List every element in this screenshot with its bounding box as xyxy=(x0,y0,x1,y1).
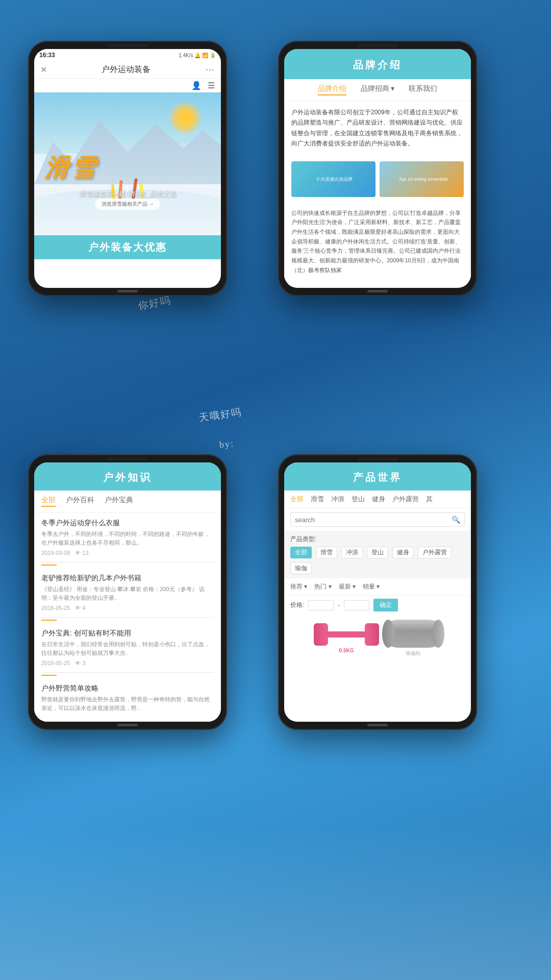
bl-article-4: 户外野营简单攻略 野营就是要你到野地去野外去露营，野营是一种奇特的营，能与自然亲… xyxy=(41,678,214,722)
tl-header: ✕ 户外运动装备 ··· xyxy=(34,61,221,79)
br-category-tabs: 全部 滑雪 冲浪 登山 健身 户外露营 其 xyxy=(284,491,471,508)
bl-article-3-date: 2018-05-25 xyxy=(41,660,70,666)
tl-header-title: 户外运动装备 xyxy=(102,64,151,75)
bl-divider-2 xyxy=(41,620,57,621)
tr-img-left-label: 十大洗项出游品牌 xyxy=(315,176,352,182)
tr-header: 品牌介绍 xyxy=(284,49,471,79)
tl-hero-cta-btn[interactable]: 浏览滑雪服相关产品 → xyxy=(95,199,160,210)
tl-user-icon[interactable]: 👤 xyxy=(191,81,202,90)
tr-nav-brand-recruit[interactable]: 品牌招商 ▾ xyxy=(361,84,395,95)
br-tab-surf[interactable]: 冲浪 xyxy=(331,495,344,504)
tl-hero-main-title: 滑雪 xyxy=(44,152,97,184)
br-tab-fitness[interactable]: 健身 xyxy=(372,495,385,504)
br-sort-sales[interactable]: 销量 ▾ xyxy=(363,582,380,591)
bl-article-1-date: 2019-03-08 xyxy=(41,550,70,556)
bl-header-title: 户外知识 xyxy=(103,472,152,483)
phone-screen-bl: 户外知识 全部 户外百科 户外宝典 冬季户外运动穿什么衣服 冬季去户外，不同的环… xyxy=(34,462,221,722)
br-sort-row: 推荐 ▾ 热门 ▾ 最新 ▾ 销量 ▾ xyxy=(284,578,471,595)
tl-bottom-banner: 户外装备大优惠 xyxy=(34,235,221,259)
tr-img-right-label: Top 10 outing essentials xyxy=(399,177,445,182)
tl-menu-btn[interactable]: ··· xyxy=(206,64,215,75)
bl-articles: 冬季户外运动穿什么衣服 冬季去户外，不同的环境，不同的时间，不同的路途，不同的年… xyxy=(34,512,221,722)
br-price-row: 价格: - 确定 xyxy=(284,595,471,615)
bl-tab-guide[interactable]: 户外宝典 xyxy=(105,496,133,507)
phone-top-right: 品牌介绍 品牌介绍 品牌招商 ▾ 联系我们 户外运动装备有限公司创立于2009年… xyxy=(278,41,477,296)
tl-signal: 1.4K/s 🔔 📶 🔋 xyxy=(179,53,216,58)
bl-article-2-meta: 2018-05-25 👁 4 xyxy=(41,605,214,611)
bl-article-2-date: 2018-05-25 xyxy=(41,605,70,611)
tr-header-title: 品牌介绍 xyxy=(353,59,402,70)
bl-article-3-title[interactable]: 户外宝典: 创可贴有时不能用 xyxy=(41,629,214,638)
bl-article-3-excerpt: 在日常生活中，我们经常会用到创可贴，特别是小伤口，出了点血，往往都认为站个创可贴… xyxy=(41,640,214,657)
br-tab-ski[interactable]: 滑雪 xyxy=(311,495,324,504)
br-search-bar: 🔍 xyxy=(290,512,465,527)
bl-article-1-title[interactable]: 冬季户外运动穿什么衣服 xyxy=(41,519,214,528)
br-product-cylinder[interactable]: 瑜伽柱 xyxy=(385,620,441,657)
bl-divider-3 xyxy=(41,675,57,676)
bl-article-1-views: 👁 13 xyxy=(75,550,88,556)
cylinder-shape xyxy=(385,620,441,648)
tr-content-2: 公司的快速成长根源于自主品牌的梦想，公司以'打造卓越品牌，分享户外阳光生活'为使… xyxy=(284,203,471,280)
br-price-confirm-btn[interactable]: 确定 xyxy=(373,599,398,611)
br-tab-camping[interactable]: 户外露营 xyxy=(392,495,419,504)
br-filter-fitness[interactable]: 健身 xyxy=(392,547,414,558)
br-filter-all[interactable]: 全部 xyxy=(290,547,312,558)
tr-img-right: Top 10 outing essentials xyxy=(380,161,464,197)
tl-nav: 👤 ☰ xyxy=(34,79,221,92)
search-icon[interactable]: 🔍 xyxy=(452,516,460,524)
br-price-min[interactable] xyxy=(308,600,334,610)
br-filter-bar: 产品类型: 全部 滑雪 冲浪 登山 健身 户外露营 瑜伽 xyxy=(284,531,471,578)
bl-article-4-title[interactable]: 户外野营简单攻略 xyxy=(41,684,214,693)
tr-nav-brand-intro[interactable]: 品牌介绍 xyxy=(318,84,346,95)
br-tab-climb[interactable]: 登山 xyxy=(352,495,365,504)
br-filter-climb[interactable]: 登山 xyxy=(367,547,388,558)
phone-notch-tr xyxy=(357,44,398,47)
br-tab-all[interactable]: 全部 xyxy=(290,495,304,504)
cylinder-label: 瑜伽柱 xyxy=(385,650,441,657)
phone-screen-tl: 16:33 1.4K/s 🔔 📶 🔋 ✕ 户外运动装备 ··· 👤 ☰ xyxy=(34,49,221,288)
bl-article-3-views: 👁 3 xyxy=(75,660,85,666)
br-sort-hot[interactable]: 热门 ▾ xyxy=(314,582,331,591)
tl-close-btn[interactable]: ✕ xyxy=(40,65,47,75)
br-sort-new[interactable]: 最新 ▾ xyxy=(339,582,356,591)
tl-time: 16:33 xyxy=(39,52,55,59)
bl-header: 户外知识 xyxy=(34,462,221,491)
phone-top-left: 16:33 1.4K/s 🔔 📶 🔋 ✕ 户外运动装备 ··· 👤 ☰ xyxy=(28,41,227,296)
phone-notch-br xyxy=(357,457,398,460)
bl-article-2-title[interactable]: 老驴推荐给新驴的几本户外书籍 xyxy=(41,574,214,583)
phone-home-tr xyxy=(367,290,388,292)
br-price-max[interactable] xyxy=(344,600,369,610)
phone-bottom-right: 产品世界 全部 滑雪 冲浪 登山 健身 户外露营 其 🔍 产品类型: 全部 滑雪… xyxy=(278,454,477,730)
br-filter-ski[interactable]: 滑雪 xyxy=(316,547,337,558)
bl-article-1: 冬季户外运动穿什么衣服 冬季去户外，不同的环境，不同的时间，不同的路途，不同的年… xyxy=(41,512,214,562)
bl-tab-all[interactable]: 全部 xyxy=(41,496,56,507)
phone-notch-tl xyxy=(107,44,148,47)
br-sort-recommend[interactable]: 推荐 ▾ xyxy=(290,582,307,591)
br-tab-more[interactable]: 其 xyxy=(426,495,433,504)
bl-article-2-views: 👁 4 xyxy=(75,605,85,611)
br-filter-camping[interactable]: 户外露营 xyxy=(418,547,452,558)
phone-screen-tr: 品牌介绍 品牌介绍 品牌招商 ▾ 联系我们 户外运动装备有限公司创立于2009年… xyxy=(284,49,471,288)
tr-brand-text: 公司的快速成长根源于自主品牌的梦想，公司以'打造卓越品牌，分享户外阳光生活'为使… xyxy=(291,208,464,275)
phone-home-tl xyxy=(117,290,138,292)
dumbbell-weight-label: 0.5KG xyxy=(314,648,379,653)
tl-sun xyxy=(170,103,201,133)
br-filter-label: 产品类型: xyxy=(290,535,316,543)
br-filter-surf[interactable]: 冲浪 xyxy=(341,547,363,558)
bl-article-1-meta: 2019-03-08 👁 13 xyxy=(41,550,214,556)
br-header: 产品世界 xyxy=(284,462,471,491)
tr-content-1: 户外运动装备有限公司创立于2009年，公司通过自主知识产权的品牌塑造与推广、产品… xyxy=(284,101,471,155)
bl-article-2: 老驴推荐给新驴的几本户外书籍 《登山圣经》 用途：专业登山·攀冰·攀岩 价格：2… xyxy=(41,568,214,618)
handwritten-text-3: by: xyxy=(219,438,235,450)
bl-tab-encyclopedia[interactable]: 户外百科 xyxy=(66,496,94,507)
br-filter-tags: 全部 滑雪 冲浪 登山 健身 户外露营 瑜伽 xyxy=(290,547,465,574)
br-search-input[interactable] xyxy=(295,516,452,524)
tl-menu-icon[interactable]: ☰ xyxy=(208,81,215,90)
bl-divider-1 xyxy=(41,565,57,566)
tr-nav-contact[interactable]: 联系我们 xyxy=(409,84,437,95)
phone-notch-bl xyxy=(107,457,148,460)
br-filter-yoga[interactable]: 瑜伽 xyxy=(290,562,312,574)
br-product-dumbbell[interactable]: 0.5KG xyxy=(314,623,379,653)
cylinder-end-left xyxy=(382,620,394,648)
tr-nav: 品牌介绍 品牌招商 ▾ 联系我们 xyxy=(284,79,471,101)
